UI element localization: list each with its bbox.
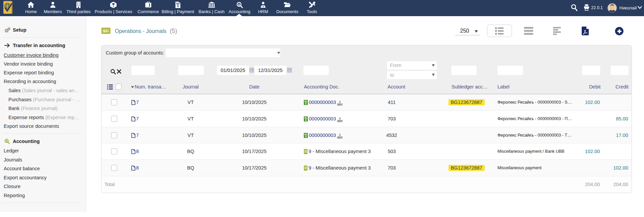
svg-text:$: $ xyxy=(177,4,179,8)
svg-text:$: $ xyxy=(103,29,105,33)
svg-text:$: $ xyxy=(6,139,7,143)
svg-text:$: $ xyxy=(238,3,240,6)
